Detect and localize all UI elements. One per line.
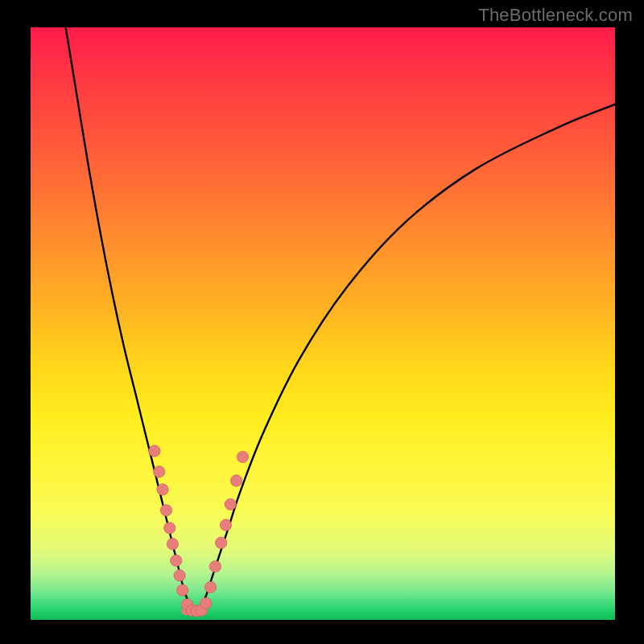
marker-dot (157, 484, 168, 495)
marker-dot (154, 466, 165, 477)
marker-dot (215, 537, 226, 548)
marker-dot (209, 561, 221, 572)
marker-dot (177, 584, 188, 596)
curve-layer (31, 27, 615, 620)
marker-dot (167, 539, 178, 550)
marker-dot (225, 498, 236, 510)
marker-dot (220, 519, 231, 530)
marker-dot (160, 505, 171, 516)
marker-dot (171, 555, 182, 566)
marker-dot (174, 570, 185, 581)
watermark-text: TheBottleneck.com (478, 5, 633, 26)
marker-dot (149, 445, 160, 456)
bottleneck-curve (66, 27, 615, 611)
marker-dot (237, 451, 248, 462)
plot-area (31, 27, 615, 620)
marker-dot (204, 581, 216, 592)
marker-dot (230, 475, 242, 486)
marker-dot (164, 522, 175, 534)
chart-frame: TheBottleneck.com (0, 0, 644, 644)
marker-dot (200, 597, 212, 609)
